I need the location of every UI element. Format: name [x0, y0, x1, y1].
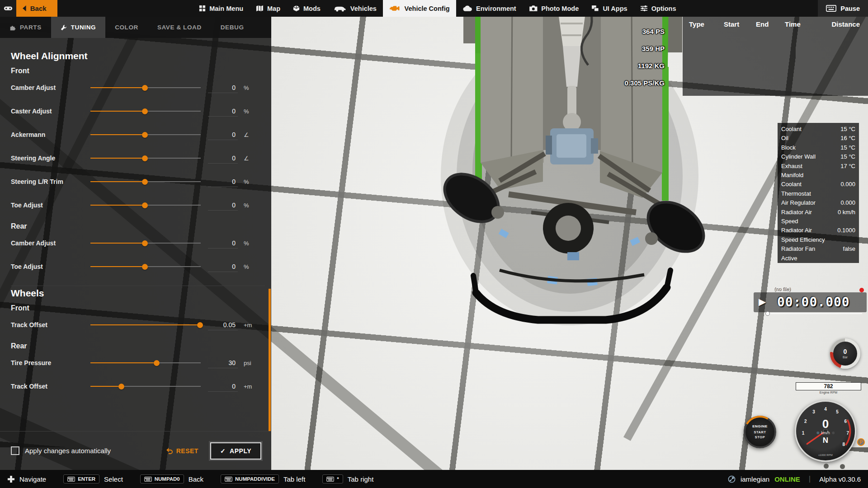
slider-value[interactable]: 0 [208, 106, 238, 117]
track-offset-front-slider[interactable] [90, 322, 201, 328]
slider-unit: +m [238, 322, 258, 328]
slider-value[interactable]: 0 [208, 83, 238, 93]
record-indicator-icon[interactable] [859, 288, 864, 292]
engine-rpm-bar: 782 Engine RPM [796, 382, 861, 394]
hint-back: NUMPAD0 Back [140, 474, 203, 483]
slider-value[interactable]: 0 [208, 262, 238, 272]
replay-widget: (no file) ▶ 00:00.000 [754, 286, 867, 316]
menu-environment[interactable]: Environment [456, 0, 523, 17]
parking-brake-indicator: P [857, 438, 865, 446]
tab-tuning[interactable]: TUNING [51, 17, 105, 38]
race-times-table: Type Start End Time Distance [683, 17, 868, 96]
slider-handle[interactable] [197, 322, 203, 328]
vehicles-icon [333, 5, 347, 12]
menu-mods[interactable]: Mods [287, 0, 327, 17]
pause-button[interactable]: Pause [818, 0, 868, 17]
slider-label: Ackermann [11, 131, 90, 138]
ackermann-slider[interactable] [90, 131, 201, 138]
menu-photo-mode[interactable]: Photo Mode [523, 0, 585, 17]
slider-label: Toe Adjust [11, 202, 90, 209]
slider-unit: ∠ [238, 155, 258, 162]
keyboard-icon [826, 5, 836, 12]
back-button[interactable]: Back [0, 0, 57, 17]
headlight-indicator-icon [824, 464, 829, 469]
slider-value[interactable]: 0 [208, 200, 238, 211]
replay-progress-bar[interactable] [767, 313, 862, 314]
key-badge-enter: ENTER [63, 474, 99, 483]
slider-label: Camber Adjust [11, 84, 90, 91]
tachometer-gauge: 1 2 3 4 5 6 7 8 0 km/h N x1000 RPM [795, 400, 856, 462]
column-header-time: Time [785, 20, 824, 96]
slider-row-camber-front: Camber Adjust 0 % [11, 76, 265, 99]
slider-value[interactable]: 0.05 [208, 320, 238, 330]
menu-vehicle-config[interactable]: Vehicle Config [383, 0, 456, 17]
menu-ui-apps[interactable]: UI Apps [585, 0, 633, 17]
tuning-content: Wheel Alignment Front Camber Adjust 0 % … [0, 38, 271, 431]
column-header-start: Start [724, 20, 756, 96]
environment-icon [462, 5, 473, 12]
status-separator: | [809, 474, 811, 483]
slider-handle[interactable] [142, 240, 148, 246]
camber-rear-slider[interactable] [90, 240, 201, 247]
column-header-type: Type [689, 20, 724, 96]
engine-start-stop-button[interactable]: ENGINE START STOP [744, 416, 776, 448]
slider-row-ackermann: Ackermann 0 ∠ [11, 123, 265, 146]
menu-map[interactable]: Map [250, 0, 287, 17]
slider-handle[interactable] [142, 155, 148, 161]
panel-scrollbar[interactable] [269, 289, 271, 431]
slider-value[interactable]: 0 [208, 177, 238, 187]
tire-pressure-slider[interactable] [90, 360, 201, 366]
speed-value: 0 [822, 418, 829, 430]
slider-value[interactable]: 0 [208, 238, 238, 249]
slider-handle[interactable] [142, 202, 148, 208]
stat-power-hp: 359 HP [625, 40, 665, 57]
slider-handle[interactable] [118, 384, 124, 389]
apply-button[interactable]: ✓ APPLY [210, 442, 261, 460]
caster-front-slider[interactable] [90, 108, 201, 115]
steering-angle-slider[interactable] [90, 155, 201, 162]
dpad-icon [7, 475, 15, 483]
steering-trim-slider[interactable] [90, 178, 201, 185]
slider-handle[interactable] [142, 108, 148, 114]
group-label: Front [11, 67, 265, 75]
reset-button[interactable]: RESET [166, 447, 198, 455]
slider-row-track-offset-rear: Track Offset 0 +m [11, 375, 265, 398]
slider-value[interactable]: 0 [208, 130, 238, 140]
ui-apps-icon [591, 5, 599, 12]
app-root: Back Main Menu Map Mods Vehicles V [0, 0, 868, 488]
toe-rear-slider[interactable] [90, 263, 201, 270]
slider-unit: +m [238, 383, 258, 390]
tab-debug[interactable]: DEBUG [211, 17, 254, 38]
slider-handle[interactable] [142, 132, 148, 138]
slider-handle[interactable] [142, 85, 148, 91]
steam-icon [728, 475, 736, 483]
slider-handle[interactable] [154, 360, 160, 366]
slider-handle[interactable] [142, 179, 148, 185]
camber-front-slider[interactable] [90, 84, 201, 91]
play-icon[interactable]: ▶ [759, 297, 766, 306]
hint-navigate: Navigate [7, 475, 46, 483]
menu-options[interactable]: Options [634, 0, 683, 17]
slider-label: Track Offset [11, 321, 90, 328]
menu-main-menu[interactable]: Main Menu [193, 0, 250, 17]
slider-row-track-offset-front: Track Offset 0.05 +m [11, 313, 265, 337]
tab-parts[interactable]: PARTS [0, 17, 51, 38]
slider-value[interactable]: 0 [208, 381, 238, 392]
mods-icon [293, 5, 300, 12]
tab-color[interactable]: COLOR [105, 17, 148, 38]
section-title: Wheel Alignment [11, 51, 265, 61]
auto-apply-checkbox[interactable] [11, 446, 19, 455]
slider-value[interactable]: 30 [208, 358, 238, 368]
back-label: Back [30, 5, 47, 12]
thermal-row: Exhaust17 °C [781, 162, 855, 171]
toe-front-slider[interactable] [90, 202, 201, 209]
slider-value[interactable]: 0 [208, 153, 238, 164]
pause-label: Pause [840, 5, 860, 12]
menu-vehicles[interactable]: Vehicles [327, 0, 383, 17]
tab-save-load[interactable]: SAVE & LOAD [148, 17, 211, 38]
rpm-bar-label: Engine RPM [796, 390, 861, 394]
slider-handle[interactable] [142, 264, 148, 270]
replay-progress-handle[interactable] [765, 311, 770, 316]
track-offset-rear-slider[interactable] [90, 383, 201, 390]
replay-time: 00:00.000 [777, 295, 850, 310]
